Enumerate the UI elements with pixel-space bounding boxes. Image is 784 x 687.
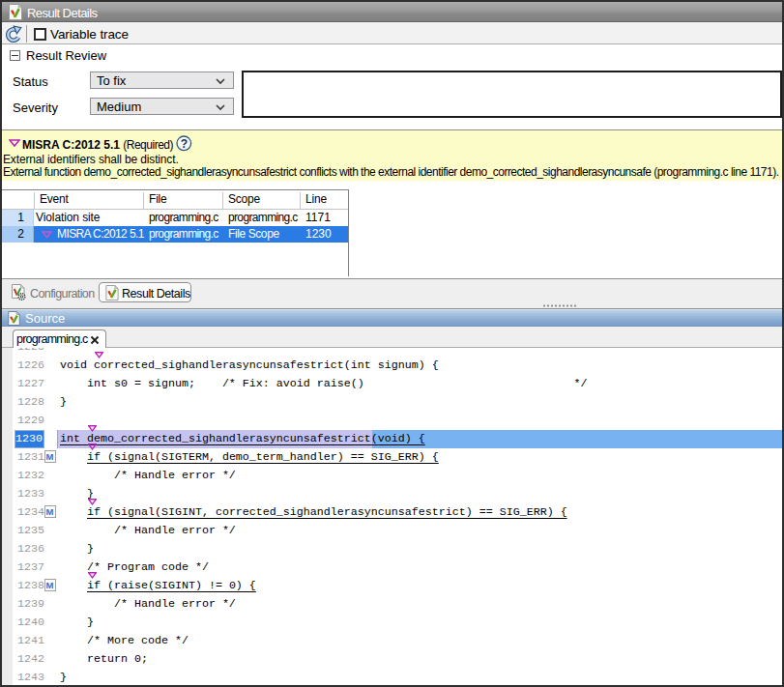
svg-text:?: ? bbox=[181, 137, 188, 151]
